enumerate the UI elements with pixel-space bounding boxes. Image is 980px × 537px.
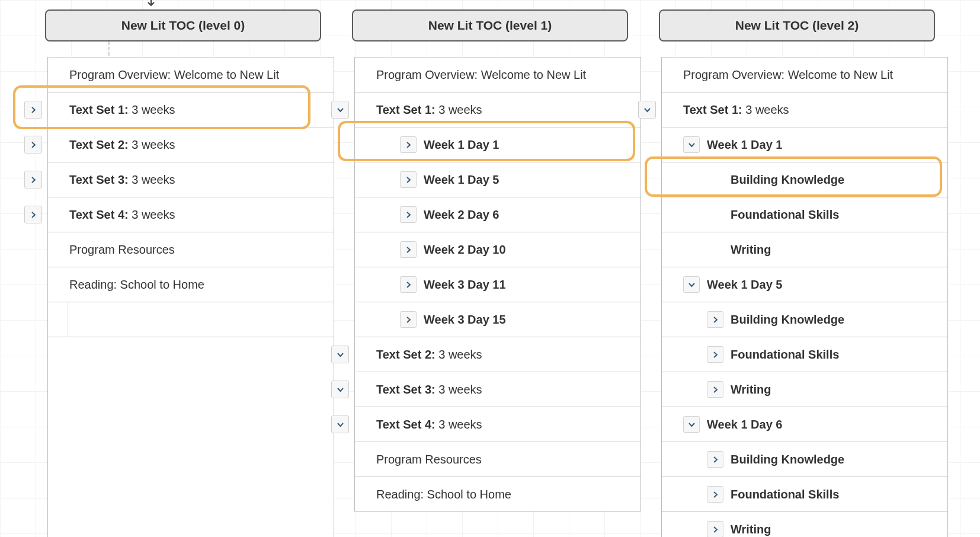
row-week2-day10[interactable]: Week 2 Day 10 — [355, 232, 641, 267]
row-week3-day11[interactable]: Week 3 Day 11 — [355, 267, 641, 302]
row-week1-day1[interactable]: Week 1 Day 1 — [662, 127, 948, 162]
expand-toggle[interactable] — [24, 136, 42, 154]
expand-toggle[interactable] — [400, 171, 417, 188]
chevron-right-icon — [405, 177, 412, 183]
label-bold: Week 2 Day 10 — [424, 243, 506, 256]
row-textset-4[interactable]: Text Set 4: 3 weeks — [48, 197, 334, 232]
row-building-knowledge[interactable]: Building Knowledge — [662, 302, 948, 337]
chevron-right-icon — [30, 177, 37, 183]
row-week1-day5[interactable]: Week 1 Day 5 — [355, 162, 641, 197]
label-bold: Writing — [731, 243, 771, 256]
label-duration: 3 weeks — [129, 103, 175, 116]
expand-toggle[interactable] — [24, 206, 42, 223]
chevron-down-icon — [644, 107, 651, 113]
row-week2-day6[interactable]: Week 2 Day 6 — [355, 197, 641, 232]
label-bold: Building Knowledge — [731, 173, 844, 186]
chevron-right-icon — [405, 282, 412, 288]
column-header-level-1: New Lit TOC (level 1) — [352, 9, 628, 41]
row-program-overview[interactable]: Program Overview: Welcome to New Lit — [355, 57, 641, 92]
collapse-toggle[interactable] — [683, 416, 700, 433]
row-writing[interactable]: Writing — [662, 232, 948, 267]
expand-toggle[interactable] — [707, 346, 723, 363]
chevron-down-icon — [688, 282, 695, 288]
row-textset-1[interactable]: Text Set 1: 3 weeks — [48, 92, 334, 127]
row-textset-3[interactable]: Text Set 3: 3 weeks — [48, 162, 334, 197]
expand-toggle[interactable] — [400, 136, 417, 153]
label-duration: 3 weeks — [129, 208, 175, 221]
label-bold: Text Set 4: — [69, 208, 129, 221]
column-title: New Lit TOC (level 0) — [121, 18, 245, 33]
tree-level-2: Program Overview: Welcome to New Lit Tex… — [661, 57, 948, 537]
expand-toggle[interactable] — [707, 451, 723, 468]
row-program-overview[interactable]: Program Overview: Welcome to New Lit — [48, 57, 334, 92]
collapse-toggle[interactable] — [638, 101, 656, 119]
arrow-down-icon — [147, 0, 155, 7]
row-reading-school-to-home[interactable]: Reading: School to Home — [48, 267, 334, 302]
expand-toggle[interactable] — [400, 276, 417, 293]
label-duration: 3 weeks — [435, 383, 482, 396]
label-bold: Text Set 1: — [69, 103, 129, 116]
row-week3-day15[interactable]: Week 3 Day 15 — [355, 302, 641, 337]
expand-toggle[interactable] — [400, 311, 417, 328]
label-bold: Week 3 Day 15 — [424, 313, 506, 326]
collapse-toggle[interactable] — [683, 136, 700, 153]
row-week1-day5[interactable]: Week 1 Day 5 — [662, 267, 948, 302]
expand-toggle[interactable] — [707, 381, 723, 398]
chevron-right-icon — [712, 526, 719, 533]
row-writing[interactable]: Writing — [662, 512, 948, 537]
row-foundational-skills[interactable]: Foundational Skills — [662, 197, 948, 232]
row-foundational-skills[interactable]: Foundational Skills — [662, 477, 948, 512]
collapse-toggle[interactable] — [331, 415, 349, 433]
row-reading-school-to-home[interactable]: Reading: School to Home — [355, 477, 641, 512]
label-bold: Foundational Skills — [731, 348, 839, 361]
row-building-knowledge[interactable]: Building Knowledge — [662, 162, 948, 197]
column-level-1: New Lit TOC (level 1) Program Overview: … — [345, 9, 641, 512]
row-textset-1[interactable]: Text Set 1: 3 weeks — [662, 92, 948, 127]
label-bold: Week 1 Day 5 — [424, 173, 499, 186]
expand-toggle[interactable] — [400, 206, 417, 223]
tree-level-1: Program Overview: Welcome to New Lit Tex… — [354, 57, 641, 512]
label-bold: Week 1 Day 6 — [707, 418, 783, 431]
label-bold: Foundational Skills — [731, 488, 839, 501]
label-duration: 3 weeks — [742, 103, 789, 116]
expand-toggle[interactable] — [400, 241, 417, 258]
row-textset-2[interactable]: Text Set 2: 3 weeks — [355, 337, 641, 372]
expand-toggle[interactable] — [707, 311, 723, 328]
row-program-resources[interactable]: Program Resources — [355, 442, 641, 477]
label-bold: Text Set 1: — [683, 103, 742, 116]
row-foundational-skills[interactable]: Foundational Skills — [662, 337, 948, 372]
chevron-right-icon — [405, 212, 412, 218]
row-textset-3[interactable]: Text Set 3: 3 weeks — [355, 372, 641, 407]
column-header-level-2: New Lit TOC (level 2) — [659, 9, 935, 41]
row-textset-1[interactable]: Text Set 1: 3 weeks — [355, 92, 641, 127]
chevron-right-icon — [405, 247, 412, 253]
chevron-down-icon — [337, 386, 344, 393]
chevron-right-icon — [405, 317, 412, 323]
empty-row — [48, 337, 334, 537]
row-week1-day6[interactable]: Week 1 Day 6 — [662, 407, 948, 442]
label-bold: Foundational Skills — [731, 208, 839, 221]
collapse-toggle[interactable] — [331, 381, 349, 398]
expand-toggle[interactable] — [24, 171, 42, 188]
row-textset-2[interactable]: Text Set 2: 3 weeks — [48, 127, 334, 162]
label-bold: Text Set 1: — [376, 103, 435, 116]
chevron-right-icon — [30, 212, 37, 218]
row-building-knowledge[interactable]: Building Knowledge — [662, 442, 948, 477]
column-title: New Lit TOC (level 2) — [735, 18, 859, 33]
label: Program Overview: Welcome to New Lit — [69, 68, 279, 81]
expand-toggle[interactable] — [707, 486, 723, 503]
chevron-right-icon — [30, 142, 37, 148]
collapse-toggle[interactable] — [331, 346, 349, 363]
collapse-toggle[interactable] — [683, 276, 700, 293]
expand-toggle[interactable] — [707, 521, 723, 537]
row-program-overview[interactable]: Program Overview: Welcome to New Lit — [662, 57, 948, 92]
label-bold: Text Set 2: — [376, 348, 438, 361]
label-duration: 3 weeks — [435, 103, 482, 116]
row-textset-4[interactable]: Text Set 4: 3 weeks — [355, 407, 641, 442]
row-program-resources[interactable]: Program Resources — [48, 232, 334, 267]
collapse-toggle[interactable] — [331, 101, 349, 119]
row-week1-day1[interactable]: Week 1 Day 1 — [355, 127, 641, 162]
label-bold: Week 1 Day 5 — [707, 278, 783, 291]
row-writing[interactable]: Writing — [662, 372, 948, 407]
expand-toggle[interactable] — [24, 101, 42, 119]
